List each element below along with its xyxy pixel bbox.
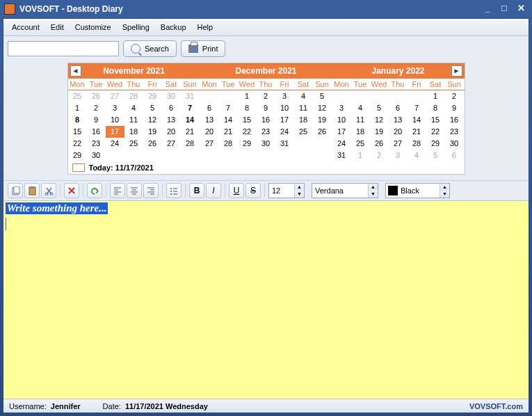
date-cell[interactable]: 19: [370, 126, 389, 138]
date-cell[interactable]: 17: [275, 114, 294, 126]
date-cell[interactable]: 5: [370, 102, 389, 114]
search-input[interactable]: [8, 41, 119, 56]
date-cell[interactable]: 5: [426, 150, 445, 161]
date-cell[interactable]: 4: [294, 90, 313, 102]
date-cell[interactable]: 9: [445, 102, 464, 114]
date-cell[interactable]: 31: [181, 90, 200, 102]
strikethrough-button[interactable]: S: [245, 183, 261, 198]
undo-button[interactable]: [87, 183, 102, 198]
date-cell[interactable]: 14: [181, 114, 200, 126]
date-cell[interactable]: 8: [68, 114, 87, 126]
minimize-button[interactable]: _: [481, 3, 494, 15]
date-cell[interactable]: 30: [257, 138, 275, 150]
font-size-up[interactable]: ▲: [294, 184, 304, 191]
date-cell[interactable]: 25: [294, 126, 313, 138]
bold-button[interactable]: B: [189, 183, 204, 198]
date-cell[interactable]: 2: [257, 90, 275, 102]
date-cell[interactable]: 23: [257, 126, 275, 138]
date-cell[interactable]: 20: [200, 126, 219, 138]
cut-button[interactable]: [41, 183, 56, 198]
menu-backup[interactable]: Backup: [156, 22, 191, 33]
date-cell[interactable]: 18: [124, 126, 143, 138]
titlebar[interactable]: VOVSOFT - Desktop Diary _ □ ✕: [0, 0, 532, 18]
date-cell[interactable]: 3: [389, 150, 408, 161]
close-button[interactable]: ✕: [514, 3, 528, 15]
date-cell[interactable]: 30: [87, 150, 106, 161]
date-cell[interactable]: 13: [200, 114, 219, 126]
align-center-button[interactable]: [127, 183, 142, 198]
date-cell[interactable]: 13: [162, 114, 181, 126]
date-cell[interactable]: 27: [389, 138, 408, 150]
font-color-down[interactable]: ▼: [440, 191, 449, 198]
font-color-combo[interactable]: ▲ ▼: [385, 183, 450, 198]
date-cell[interactable]: 4: [124, 102, 143, 114]
date-cell[interactable]: 24: [106, 138, 124, 150]
date-cell[interactable]: 19: [143, 126, 162, 138]
date-cell[interactable]: 6: [200, 102, 219, 114]
date-cell[interactable]: 28: [181, 138, 200, 150]
date-cell[interactable]: 2: [87, 102, 106, 114]
date-cell[interactable]: 29: [68, 150, 87, 161]
date-cell[interactable]: 27: [162, 138, 181, 150]
font-name-combo[interactable]: ▲ ▼: [312, 183, 378, 198]
date-cell[interactable]: 8: [238, 102, 257, 114]
date-cell[interactable]: 3: [275, 90, 294, 102]
date-cell[interactable]: 9: [87, 114, 106, 126]
date-cell[interactable]: 4: [351, 102, 370, 114]
date-cell[interactable]: 30: [162, 90, 181, 102]
menu-help[interactable]: Help: [193, 22, 218, 33]
date-cell[interactable]: 24: [275, 126, 294, 138]
date-cell[interactable]: 16: [87, 126, 106, 138]
date-cell[interactable]: 28: [124, 90, 143, 102]
date-cell[interactable]: 25: [68, 90, 87, 102]
font-size-input[interactable]: [269, 186, 294, 195]
font-size-spinner[interactable]: ▲ ▼: [268, 183, 305, 198]
date-cell[interactable]: 17: [332, 126, 351, 138]
date-cell[interactable]: 28: [408, 138, 426, 150]
date-cell[interactable]: 22: [426, 126, 445, 138]
date-cell[interactable]: 26: [370, 138, 389, 150]
date-cell[interactable]: 29: [238, 138, 257, 150]
date-cell[interactable]: 16: [445, 114, 464, 126]
brand-link[interactable]: VOVSOFT.com: [469, 402, 523, 410]
date-cell[interactable]: 27: [200, 138, 219, 150]
date-cell[interactable]: 25: [124, 138, 143, 150]
date-cell[interactable]: 12: [370, 114, 389, 126]
print-button[interactable]: Print: [181, 40, 226, 57]
date-cell[interactable]: 28: [219, 138, 238, 150]
date-cell[interactable]: 15: [68, 126, 87, 138]
date-cell[interactable]: 29: [426, 138, 445, 150]
date-cell[interactable]: 20: [162, 126, 181, 138]
date-cell[interactable]: 11: [124, 114, 143, 126]
bullet-list-button[interactable]: [166, 183, 182, 198]
date-cell[interactable]: 23: [445, 126, 464, 138]
date-cell[interactable]: 29: [143, 90, 162, 102]
date-cell[interactable]: 2: [445, 90, 464, 102]
date-cell[interactable]: 21: [408, 126, 426, 138]
date-cell[interactable]: 12: [313, 102, 332, 114]
date-cell[interactable]: 20: [389, 126, 408, 138]
underline-button[interactable]: U: [229, 183, 244, 198]
date-cell[interactable]: 5: [313, 90, 332, 102]
date-cell[interactable]: 26: [143, 138, 162, 150]
font-size-down[interactable]: ▼: [294, 191, 304, 198]
date-cell[interactable]: 1: [426, 90, 445, 102]
copy-button[interactable]: [8, 183, 23, 198]
delete-button[interactable]: [64, 183, 79, 198]
date-cell[interactable]: 9: [257, 102, 275, 114]
date-cell[interactable]: 7: [181, 102, 200, 114]
date-cell[interactable]: 12: [143, 114, 162, 126]
date-cell[interactable]: 18: [351, 126, 370, 138]
font-name-up[interactable]: ▲: [368, 184, 378, 191]
date-cell[interactable]: 16: [257, 114, 275, 126]
calendar-prev-button[interactable]: ◄: [70, 65, 81, 77]
calendar-next-button[interactable]: ►: [451, 65, 462, 77]
today-row[interactable]: Today: 11/17/2021: [68, 161, 465, 174]
date-cell[interactable]: 7: [408, 102, 426, 114]
date-cell[interactable]: 13: [389, 114, 408, 126]
maximize-button[interactable]: □: [497, 3, 511, 15]
date-cell[interactable]: 3: [106, 102, 124, 114]
date-cell[interactable]: 1: [351, 150, 370, 161]
date-cell[interactable]: 2: [370, 150, 389, 161]
font-name-down[interactable]: ▼: [368, 191, 378, 198]
